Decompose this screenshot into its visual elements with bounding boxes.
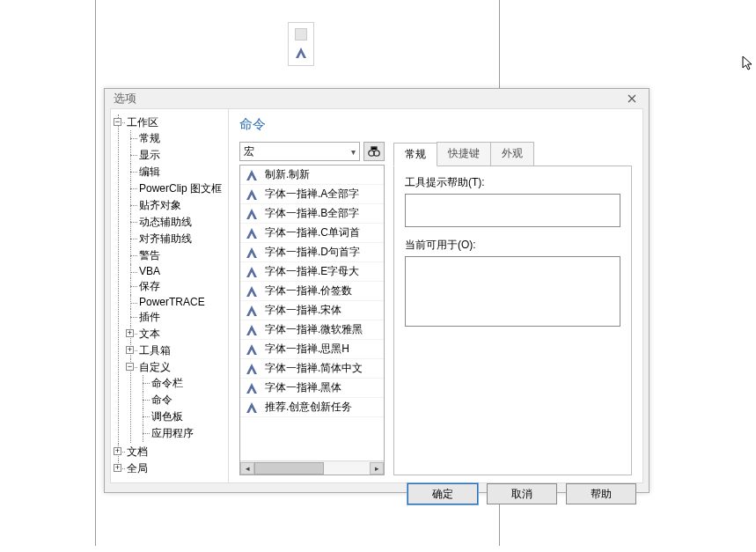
tree-node-global[interactable]: + 全局 — [114, 460, 224, 477]
macro-icon — [244, 303, 260, 319]
tooltip-help-input[interactable] — [405, 194, 620, 227]
tree-node-text[interactable]: +文本 — [127, 326, 224, 342]
list-item-label: 字体一指禅.黑体 — [265, 380, 341, 395]
tree-item[interactable]: PowerTRACE — [127, 295, 224, 309]
macro-icon — [244, 380, 260, 396]
macro-icon — [244, 206, 260, 222]
close-button[interactable] — [620, 89, 643, 108]
list-item-label: 字体一指禅.C单词首 — [265, 225, 360, 240]
macro-icon — [244, 322, 260, 338]
tree-item[interactable]: 对齐辅助线 — [127, 231, 224, 247]
tree-item[interactable]: 应用程序 — [139, 425, 224, 442]
category-combo[interactable]: 宏 ▾ — [239, 142, 360, 161]
available-for-label: 当前可用于(O): — [405, 238, 620, 253]
list-item-label: 制新.制新 — [265, 167, 310, 182]
help-button[interactable]: 帮助 — [566, 483, 636, 504]
ok-button[interactable]: 确定 — [407, 483, 478, 504]
tree-item[interactable]: 动态辅助线 — [127, 214, 224, 231]
expander-icon[interactable]: − — [114, 118, 121, 126]
list-item[interactable]: 字体一指禅.B全部字 — [240, 204, 384, 224]
tree-node-toolbox[interactable]: +工具箱 — [127, 342, 224, 359]
list-item[interactable]: 字体一指禅.A全部字 — [240, 185, 384, 204]
tab-panel-general: 工具提示帮助(T): 当前可用于(O): — [393, 166, 632, 475]
expander-icon[interactable]: + — [126, 329, 134, 337]
list-item-label: 推荐.创意创新任务 — [265, 400, 352, 415]
macro-icon — [244, 245, 260, 261]
list-item-label: 字体一指禅.思黑H — [265, 342, 349, 357]
list-item[interactable]: 字体一指禅.E字母大 — [240, 262, 384, 282]
list-item-label: 字体一指禅.D句首字 — [265, 245, 360, 260]
scroll-right-icon[interactable]: ▸ — [370, 462, 384, 475]
tree-item[interactable]: VBA — [127, 264, 224, 278]
tree-item[interactable]: 警告 — [127, 247, 224, 264]
list-item[interactable]: 字体一指禅.黑体 — [240, 379, 384, 398]
list-item[interactable]: 字体一指禅.D句首字 — [240, 243, 384, 262]
available-for-list[interactable] — [405, 256, 620, 327]
macro-icon — [244, 225, 260, 241]
binoculars-icon — [367, 145, 381, 158]
tab-0[interactable]: 常规 — [393, 143, 437, 166]
tab-1[interactable]: 快捷键 — [437, 142, 491, 166]
macro-icon[interactable] — [293, 45, 309, 61]
expander-icon[interactable]: − — [126, 363, 134, 371]
search-button[interactable] — [363, 142, 385, 161]
list-item-label: 字体一指禅.微软雅黑 — [265, 322, 363, 337]
tree-item[interactable]: 调色板 — [139, 408, 224, 425]
list-item-label: 字体一指禅.宋体 — [265, 303, 341, 318]
tree-item[interactable]: 命令栏 — [139, 375, 224, 392]
list-item-label: 字体一指禅.价签数 — [265, 283, 352, 298]
tree-item[interactable]: 插件 — [127, 309, 224, 326]
expander-icon[interactable]: + — [114, 447, 121, 455]
chevron-down-icon: ▾ — [351, 147, 356, 157]
macro-icon — [244, 264, 260, 280]
color-swatch[interactable] — [295, 28, 307, 40]
list-item[interactable]: 字体一指禅.思黑H — [240, 340, 384, 359]
macro-icon — [244, 167, 260, 183]
cursor-icon — [742, 55, 754, 71]
combo-value: 宏 — [244, 144, 254, 159]
tree-item[interactable]: 编辑 — [127, 164, 224, 180]
close-icon — [628, 94, 636, 103]
tree-item[interactable]: 保存 — [127, 278, 224, 295]
list-item-label: 字体一指禅.A全部字 — [265, 187, 359, 202]
category-tree[interactable]: − 工作区 常规显示编辑PowerClip 图文框贴齐对象动态辅助线对齐辅助线警… — [111, 109, 229, 482]
tab-2[interactable]: 外观 — [490, 142, 534, 166]
tree-item[interactable]: 常规 — [127, 130, 224, 147]
scroll-thumb[interactable] — [254, 462, 324, 475]
options-dialog: 选项 − 工作区 常规显示编辑PowerClip 图文框贴齐对象动态辅助线对齐辅… — [104, 88, 650, 493]
section-title: 命令 — [239, 116, 632, 133]
list-item-label: 字体一指禅.B全部字 — [265, 206, 359, 221]
list-item[interactable]: 字体一指禅.价签数 — [240, 282, 384, 301]
tooltip-help-label: 工具提示帮助(T): — [405, 175, 620, 190]
tree-node-document[interactable]: + 文档 — [114, 444, 224, 460]
macro-icon — [244, 400, 260, 416]
expander-icon[interactable]: + — [126, 346, 134, 354]
tree-node-custom[interactable]: −自定义命令栏命令调色板应用程序 — [127, 359, 224, 443]
tree-item[interactable]: PowerClip 图文框 — [127, 180, 224, 197]
macro-icon — [244, 342, 260, 357]
tree-item[interactable]: 命令 — [139, 392, 224, 408]
horizontal-scrollbar[interactable]: ◂ ▸ — [240, 460, 384, 475]
dialog-title: 选项 — [114, 91, 136, 107]
macro-icon — [244, 187, 260, 202]
macro-icon — [244, 361, 260, 377]
list-item[interactable]: 字体一指禅.微软雅黑 — [240, 320, 384, 340]
list-item[interactable]: 字体一指禅.简体中文 — [240, 359, 384, 379]
cancel-button[interactable]: 取消 — [487, 483, 557, 504]
list-item-label: 字体一指禅.E字母大 — [265, 264, 359, 279]
list-item-label: 字体一指禅.简体中文 — [265, 361, 363, 376]
dialog-titlebar: 选项 — [105, 89, 649, 108]
list-item[interactable]: 字体一指禅.C单词首 — [240, 224, 384, 243]
list-item[interactable]: 推荐.创意创新任务 — [240, 398, 384, 417]
tree-item[interactable]: 贴齐对象 — [127, 197, 224, 214]
list-item[interactable]: 制新.制新 — [240, 166, 384, 185]
list-item[interactable]: 字体一指禅.宋体 — [240, 301, 384, 320]
dialog-footer: 确定 取消 帮助 — [105, 483, 649, 504]
scroll-left-icon[interactable]: ◂ — [240, 462, 254, 475]
macro-icon — [244, 283, 260, 299]
floating-toolbar — [288, 22, 314, 66]
expander-icon[interactable]: + — [114, 464, 121, 472]
tree-item[interactable]: 显示 — [127, 147, 224, 164]
command-list[interactable]: 制新.制新字体一指禅.A全部字字体一指禅.B全部字字体一指禅.C单词首字体一指禅… — [239, 165, 385, 475]
tree-node-workspace[interactable]: − 工作区 常规显示编辑PowerClip 图文框贴齐对象动态辅助线对齐辅助线警… — [114, 114, 224, 444]
